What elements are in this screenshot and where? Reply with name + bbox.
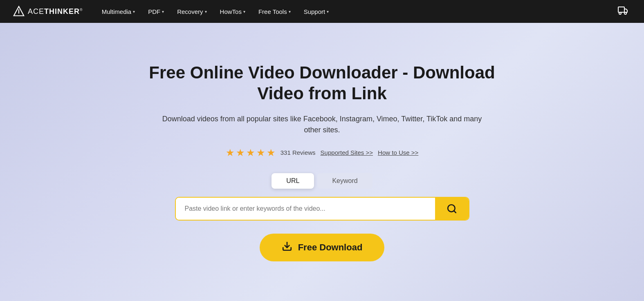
svg-line-6 — [454, 211, 456, 213]
star-5: ★ — [267, 147, 276, 158]
tab-keyword[interactable]: Keyword — [317, 173, 372, 189]
search-input[interactable] — [176, 198, 435, 220]
brand-logo[interactable]: ACETHINKER® — [13, 6, 83, 17]
nav-item-multimedia[interactable]: Multimedia ▾ — [96, 5, 141, 18]
hero-subtitle: Download videos from all popular sites l… — [159, 114, 486, 136]
chevron-down-icon: ▾ — [133, 9, 135, 14]
svg-rect-2 — [618, 7, 624, 12]
brand-name: ACETHINKER® — [28, 7, 83, 16]
review-count: 331 Reviews — [280, 149, 316, 156]
svg-point-4 — [624, 12, 626, 14]
hero-title: Free Online Video Downloader - Download … — [138, 62, 506, 104]
nav-item-pdf[interactable]: PDF ▾ — [142, 5, 170, 18]
nav-item-recovery[interactable]: Recovery ▾ — [171, 5, 212, 18]
navbar: ACETHINKER® Multimedia ▾ PDF ▾ Recovery … — [0, 0, 644, 23]
star-rating: ★ ★ ★ ★ ★ — [226, 147, 276, 158]
search-icon — [447, 203, 457, 214]
search-bar — [175, 197, 469, 221]
nav-item-free-tools[interactable]: Free Tools ▾ — [253, 5, 296, 18]
tab-url[interactable]: URL — [272, 173, 314, 189]
download-icon — [282, 241, 292, 254]
how-to-use-link[interactable]: How to Use >> — [378, 149, 418, 156]
chevron-down-icon: ▾ — [243, 9, 245, 14]
svg-point-3 — [619, 12, 621, 14]
star-1: ★ — [226, 147, 235, 158]
nav-item-howtos[interactable]: HowTos ▾ — [214, 5, 251, 18]
star-4: ★ — [256, 147, 265, 158]
free-download-label: Free Download — [298, 242, 363, 253]
star-2: ★ — [236, 147, 245, 158]
supported-sites-link[interactable]: Supported Sites >> — [321, 149, 373, 156]
chevron-down-icon: ▾ — [327, 9, 329, 14]
rating-row: ★ ★ ★ ★ ★ 331 Reviews Supported Sites >>… — [226, 147, 419, 158]
cart-icon[interactable] — [615, 2, 631, 21]
chevron-down-icon: ▾ — [289, 9, 291, 14]
chevron-down-icon: ▾ — [162, 9, 164, 14]
star-3: ★ — [246, 147, 255, 158]
free-download-button[interactable]: Free Download — [260, 234, 385, 261]
nav-item-support[interactable]: Support ▾ — [298, 5, 335, 18]
hero-section: Free Online Video Downloader - Download … — [0, 23, 644, 301]
search-button[interactable] — [435, 198, 469, 220]
chevron-down-icon: ▾ — [205, 9, 207, 14]
search-tabs: URL Keyword — [272, 173, 372, 189]
logo-icon — [13, 6, 25, 17]
nav-menu: Multimedia ▾ PDF ▾ Recovery ▾ HowTos ▾ F… — [96, 5, 611, 18]
